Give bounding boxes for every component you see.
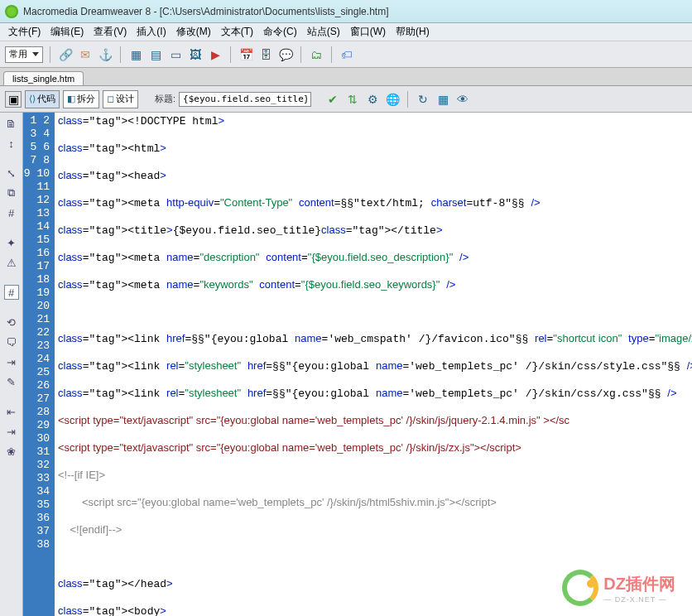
file-management-icon[interactable]: ⇅: [344, 91, 361, 108]
separator: [407, 91, 408, 108]
hyperlink-icon[interactable]: 🔗: [57, 46, 74, 63]
template-icon[interactable]: 🗂: [308, 46, 324, 63]
indent-icon[interactable]: ⇥: [4, 354, 19, 369]
separator: [331, 46, 332, 63]
window-titlebar: Macromedia Dreamweaver 8 - [C:\Users\Adm…: [0, 0, 692, 23]
menu-view[interactable]: 查看(V): [89, 23, 132, 41]
tag-chooser-icon[interactable]: 🏷: [339, 46, 355, 63]
menu-edit[interactable]: 编辑(E): [46, 23, 89, 41]
page-title-input[interactable]: [179, 92, 311, 107]
code-view-button[interactable]: ⟨⟩代码: [25, 90, 60, 108]
separator: [300, 46, 301, 63]
media-icon[interactable]: ▶: [207, 46, 223, 63]
watermark-text: DZ插件网 — DZ-X.NET —: [603, 573, 675, 604]
select-parent-icon[interactable]: ⤡: [4, 166, 19, 180]
preview-icon[interactable]: ⚙: [364, 91, 381, 108]
recent-snippets-icon[interactable]: 🗨: [4, 334, 19, 349]
comment-icon[interactable]: 💬: [277, 46, 294, 63]
layout-icon[interactable]: ▤: [147, 46, 164, 63]
balance-braces-icon[interactable]: ⧉: [4, 185, 19, 200]
split-view-label: 拆分: [77, 93, 95, 105]
indent-right-icon[interactable]: ⇥: [4, 424, 19, 439]
outdent-icon[interactable]: ⇤: [4, 404, 19, 419]
collapse-icon[interactable]: ↕: [4, 136, 19, 151]
reference-icon[interactable]: ❀: [4, 444, 19, 459]
menu-file[interactable]: 文件(F): [3, 23, 46, 41]
highlight-icon[interactable]: ✦: [4, 235, 19, 250]
dropdown-arrow-icon: [32, 52, 39, 56]
app-icon: [5, 5, 18, 18]
document-tab[interactable]: lists_single.htm: [3, 71, 84, 85]
separator: [50, 46, 50, 63]
expand-icon[interactable]: ▣: [5, 91, 22, 108]
image-icon[interactable]: 🖼: [187, 46, 204, 63]
code-toolbar: 🗎 ↕ ⤡ ⧉ # ✦ ⚠ # ⟲ 🗨 ⇥ ✎ ⇤ ⇥ ❀: [0, 113, 23, 616]
watermark-logo-icon: [562, 570, 598, 606]
insert-toolbar: 常用 🔗 ✉ ⚓ ▦ ▤ ▭ 🖼 ▶ 📅 🗄 💬 🗂 🏷: [0, 41, 692, 68]
menu-text[interactable]: 文本(T): [216, 23, 258, 41]
email-icon[interactable]: ✉: [77, 46, 94, 63]
menu-window[interactable]: 窗口(W): [345, 23, 391, 41]
table-icon[interactable]: ▦: [127, 46, 144, 63]
apply-comment-icon[interactable]: #: [4, 285, 19, 300]
browser-icon[interactable]: 🌐: [384, 91, 401, 108]
menubar: 文件(F) 编辑(E) 查看(V) 插入(I) 修改(M) 文本(T) 命令(C…: [0, 23, 692, 41]
menu-help[interactable]: 帮助(H): [391, 23, 435, 41]
menu-insert[interactable]: 插入(I): [132, 23, 171, 41]
watermark-sub: — DZ-X.NET —: [603, 595, 675, 604]
refresh-icon[interactable]: ↻: [415, 91, 431, 108]
design-view-label: 设计: [116, 93, 134, 105]
view-options-icon[interactable]: ▦: [435, 91, 451, 108]
watermark: DZ插件网 — DZ-X.NET —: [562, 570, 675, 606]
visual-aids-icon[interactable]: 👁: [454, 91, 471, 108]
window-title: Macromedia Dreamweaver 8 - [C:\Users\Adm…: [23, 6, 388, 17]
named-anchor-icon[interactable]: ⚓: [97, 46, 113, 63]
open-documents-icon[interactable]: 🗎: [4, 116, 19, 131]
code-view-label: 代码: [37, 93, 55, 105]
watermark-main: DZ插件网: [603, 573, 675, 595]
menu-modify[interactable]: 修改(M): [171, 23, 216, 41]
separator: [120, 46, 121, 63]
wrap-tag-icon[interactable]: ⟲: [4, 315, 19, 330]
syntax-error-icon[interactable]: ⚠: [4, 255, 19, 270]
title-label: 标题:: [155, 93, 175, 105]
design-view-button[interactable]: ◻设计: [103, 90, 138, 108]
document-toolbar: ▣ ⟨⟩代码 ◧拆分 ◻设计 标题: ✔ ⇅ ⚙ 🌐 ↻ ▦ 👁: [0, 86, 692, 113]
date-icon[interactable]: 📅: [238, 46, 254, 63]
line-number-gutter: 1 2 3 4 5 6 7 8 9 10 11 12 13 14 15 16 1…: [23, 113, 55, 616]
split-view-button[interactable]: ◧拆分: [63, 90, 99, 108]
validate-icon[interactable]: ✔: [324, 91, 341, 108]
div-icon[interactable]: ▭: [167, 46, 184, 63]
format-icon[interactable]: ✎: [4, 374, 19, 389]
code-editor: 🗎 ↕ ⤡ ⧉ # ✦ ⚠ # ⟲ 🗨 ⇥ ✎ ⇤ ⇥ ❀ 1 2 3 4 5 …: [0, 113, 692, 616]
insert-group-dropdown[interactable]: 常用: [5, 46, 43, 63]
menu-site[interactable]: 站点(S): [302, 23, 345, 41]
menu-command[interactable]: 命令(C): [258, 23, 302, 41]
insert-group-label: 常用: [9, 48, 27, 60]
separator: [230, 46, 231, 63]
code-area[interactable]: class="tag"><!DOCTYPE html> class="tag">…: [55, 113, 692, 616]
server-icon[interactable]: 🗄: [257, 46, 274, 63]
document-tabbar: lists_single.htm: [0, 68, 692, 86]
line-numbers-icon[interactable]: #: [4, 205, 19, 220]
